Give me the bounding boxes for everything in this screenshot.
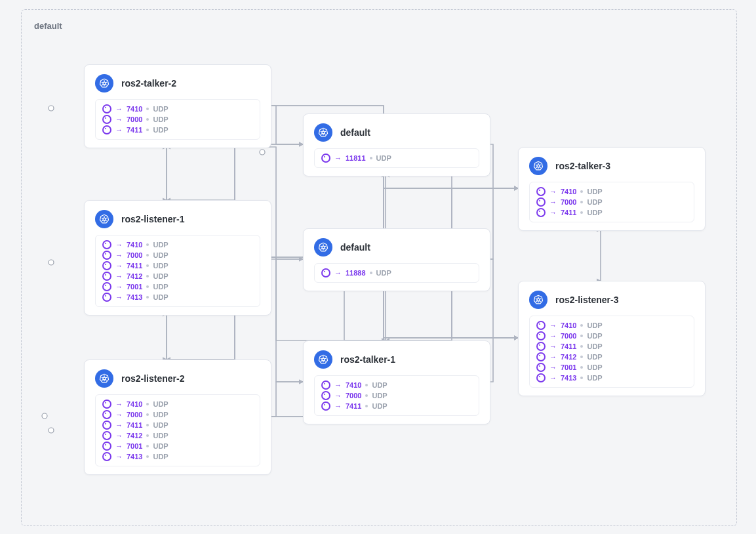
- separator-dot-icon: [365, 384, 368, 386]
- node-listener2[interactable]: ros2-listener-2→7410UDP→7000UDP→7411UDP→…: [84, 359, 271, 475]
- node-listener3[interactable]: ros2-listener-3→7410UDP→7000UDP→7411UDP→…: [518, 281, 706, 396]
- port-row[interactable]: →7001UDP: [536, 362, 687, 373]
- port-protocol: UDP: [153, 271, 168, 281]
- target-icon: [321, 380, 330, 390]
- port-row[interactable]: →7411UDP: [321, 401, 472, 411]
- node-title: default: [340, 242, 370, 253]
- port-row[interactable]: →11888UDP: [321, 268, 472, 278]
- port-row[interactable]: →7413UDP: [536, 373, 687, 383]
- node-default2[interactable]: default→11888UDP: [303, 228, 490, 291]
- port-protocol: UDP: [153, 260, 168, 271]
- node-default1[interactable]: default→11811UDP: [303, 113, 490, 176]
- port-row[interactable]: →7000UDP: [536, 197, 687, 207]
- port-row[interactable]: →7412UDP: [102, 271, 253, 281]
- separator-dot-icon: [146, 243, 149, 246]
- port-protocol: UDP: [153, 409, 168, 420]
- port-row[interactable]: →7413UDP: [102, 292, 253, 302]
- port-number: 7411: [127, 420, 142, 430]
- arrow-right-icon: →: [115, 250, 123, 260]
- separator-dot-icon: [580, 366, 583, 369]
- port-row[interactable]: →7412UDP: [102, 430, 253, 441]
- port-protocol: UDP: [587, 362, 602, 373]
- target-icon: [321, 401, 330, 411]
- target-icon: [102, 272, 111, 281]
- separator-dot-icon: [580, 324, 583, 327]
- port-row[interactable]: →7410UDP: [321, 380, 472, 390]
- arrow-right-icon: →: [115, 292, 123, 302]
- port-row[interactable]: →7413UDP: [102, 451, 253, 462]
- arrow-right-icon: →: [115, 104, 123, 114]
- diagram-canvas[interactable]: default ros2-talker-2→7410UDP→7000UDP→74…: [0, 0, 756, 534]
- port-number: 7001: [561, 362, 576, 373]
- port-number: 7411: [346, 401, 361, 411]
- arrow-right-icon: →: [549, 207, 557, 218]
- port-row[interactable]: →7001UDP: [102, 281, 253, 292]
- ports-box: →7410UDP→7000UDP→7411UDP→7412UDP→7001UDP…: [95, 394, 260, 466]
- target-icon: [536, 373, 546, 382]
- port-protocol: UDP: [587, 341, 602, 352]
- port-row[interactable]: →7411UDP: [102, 260, 253, 271]
- port-row[interactable]: →7411UDP: [102, 420, 253, 430]
- arrow-right-icon: →: [334, 380, 342, 390]
- port-row[interactable]: →7000UDP: [102, 409, 253, 420]
- node-header: ros2-listener-2: [95, 369, 260, 388]
- port-row[interactable]: →7410UDP: [102, 104, 253, 114]
- port-number: 7412: [561, 352, 576, 362]
- arrow-right-icon: →: [115, 451, 123, 462]
- kubernetes-icon: [95, 210, 113, 228]
- target-icon: [102, 410, 111, 419]
- node-listener1[interactable]: ros2-listener-1→7410UDP→7000UDP→7411UDP→…: [84, 200, 271, 316]
- port-row[interactable]: →7410UDP: [102, 239, 253, 250]
- node-talker1[interactable]: ros2-talker-1→7410UDP→7000UDP→7411UDP: [303, 340, 490, 424]
- port-number: 7411: [561, 207, 576, 218]
- port-row[interactable]: →7410UDP: [102, 399, 253, 409]
- target-icon: [102, 104, 111, 113]
- port-row[interactable]: →7412UDP: [536, 352, 687, 362]
- port-number: 7001: [127, 281, 142, 292]
- target-icon: [321, 391, 330, 400]
- node-header: ros2-talker-1: [314, 350, 479, 369]
- kubernetes-icon: [529, 291, 547, 309]
- port-number: 7000: [561, 331, 576, 341]
- port-row[interactable]: →7000UDP: [102, 114, 253, 125]
- port-protocol: UDP: [153, 292, 168, 302]
- target-icon: [102, 293, 111, 302]
- port-row[interactable]: →7000UDP: [321, 390, 472, 401]
- separator-dot-icon: [370, 272, 372, 274]
- port-number: 7000: [127, 250, 142, 260]
- port-row[interactable]: →7411UDP: [536, 207, 687, 218]
- ports-box: →7410UDP→7000UDP→7411UDP: [95, 99, 260, 140]
- target-icon: [536, 321, 546, 330]
- port-protocol: UDP: [153, 281, 168, 292]
- separator-dot-icon: [146, 445, 149, 447]
- port-protocol: UDP: [587, 352, 602, 362]
- port-protocol: UDP: [153, 104, 168, 114]
- separator-dot-icon: [146, 108, 149, 110]
- separator-dot-icon: [146, 296, 149, 298]
- port-row[interactable]: →7411UDP: [536, 341, 687, 352]
- namespace-label: default: [34, 21, 62, 31]
- separator-dot-icon: [580, 345, 583, 348]
- port-row[interactable]: →7410UDP: [536, 320, 687, 331]
- port-protocol: UDP: [153, 114, 168, 125]
- port-number: 11888: [346, 268, 366, 278]
- port-row[interactable]: →11811UDP: [321, 153, 472, 163]
- port-number: 7410: [346, 380, 361, 390]
- separator-dot-icon: [146, 118, 149, 121]
- kubernetes-icon: [314, 123, 332, 142]
- port-row[interactable]: →7000UDP: [102, 250, 253, 260]
- port-protocol: UDP: [372, 380, 387, 390]
- port-row[interactable]: →7411UDP: [102, 125, 253, 135]
- node-talker3[interactable]: ros2-talker-3→7410UDP→7000UDP→7411UDP: [518, 147, 706, 231]
- node-talker2[interactable]: ros2-talker-2→7410UDP→7000UDP→7411UDP: [84, 64, 271, 148]
- port-number: 7412: [127, 430, 142, 441]
- port-row[interactable]: →7001UDP: [102, 441, 253, 451]
- port-row[interactable]: →7000UDP: [536, 331, 687, 341]
- arrow-right-icon: →: [549, 352, 557, 362]
- target-icon: [102, 115, 111, 124]
- port-protocol: UDP: [153, 441, 168, 451]
- ports-box: →7410UDP→7000UDP→7411UDP→7412UDP→7001UDP…: [529, 316, 694, 388]
- port-row[interactable]: →7410UDP: [536, 186, 687, 197]
- port-number: 7413: [127, 292, 142, 302]
- separator-dot-icon: [580, 211, 583, 214]
